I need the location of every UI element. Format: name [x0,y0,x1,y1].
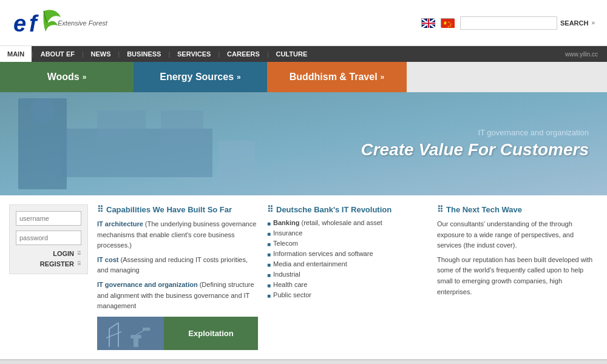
exploitation-thumbnail [97,317,164,350]
bullet-icon: ■ [267,251,271,258]
list-item-info-services: ■ Information services and software [267,250,428,258]
tech-wave-title: The Next Tech Wave [446,205,522,214]
bullet-icon: ■ [267,272,271,278]
tab-woods-label: Woods [47,72,80,83]
deutsche-bank-header: ⠿ Deutsche Bank's IT Revolution [267,204,428,214]
banner: IT governance and organization Create Va… [0,92,607,195]
list-item-banking: ■ Banking (retail, wholesale and asset [267,219,428,227]
list-item-public-sector: ■ Public sector [267,291,428,299]
header-right: ★★★★★ SEARCH » [421,16,595,30]
svg-rect-22 [97,317,164,350]
bullet-icon: ■ [267,241,271,248]
flag-english[interactable] [421,18,435,27]
list-item-media: ■ Media and entertainment [267,260,428,268]
deutsche-bank-column: ⠿ Deutsche Bank's IT Revolution ■ Bankin… [267,204,428,350]
bullet-icon: ■ [267,261,271,268]
capabilities-header: ⠿ Capabilities We Have Built So Far [97,204,258,214]
tech-wave-column: ⠿ The Next Tech Wave Our consultants' un… [437,204,598,350]
password-input[interactable] [16,231,81,245]
it-governance-text: IT governance and organization (Defining… [97,280,258,312]
tech-para2: Though our reputation has been built dev… [437,255,598,297]
tab-buddhism-arrows: » [381,73,385,81]
search-button[interactable]: SEARCH [560,19,588,27]
capabilities-column: ⠿ Capabilities We Have Built So Far IT a… [97,204,258,350]
svg-rect-30 [143,328,150,331]
login-box: LOGIN ⠿ REGISTER ⠿ [9,204,88,274]
svg-text:★: ★ [447,25,450,28]
search-box: SEARCH » [460,16,595,30]
svg-rect-19 [97,110,146,147]
svg-rect-21 [219,141,255,183]
deutsche-bank-title: Deutsche Bank's IT Revolution [276,205,392,214]
nav-culture[interactable]: CULTURE [268,46,314,62]
main-content: LOGIN ⠿ REGISTER ⠿ ⠿ Capabilities We Hav… [0,195,607,359]
nav-about[interactable]: ABOUT EF [33,46,82,62]
deutsche-dots-icon: ⠿ [267,204,273,214]
list-item-insurance: ■ Insurance [267,229,428,237]
register-button[interactable]: REGISTER [40,260,74,268]
tab-buddhism-travel[interactable]: Buddhism & Travel » [267,62,407,92]
tab-woods-arrows: » [83,73,87,81]
register-dots-icon: ⠿ [77,261,81,267]
svg-rect-28 [131,335,141,339]
banner-overlay: IT governance and organization Create Va… [361,128,589,160]
bullet-icon: ■ [267,220,271,227]
nav-bar: MAIN | ABOUT EF | NEWS | BUSINESS | SERV… [0,46,607,62]
nav-news[interactable]: NEWS [84,46,118,62]
tab-energy-sources[interactable]: Energy Sources » [134,62,267,92]
exploitation-button[interactable]: Exploitation [164,317,258,350]
it-cost-text: IT cost (Assessing and reducing IT costs… [97,255,258,276]
tab-energy-arrows: » [237,73,241,81]
bullet-icon: ■ [267,231,271,237]
tech-dots-icon: ⠿ [437,204,443,214]
tab-energy-label: Energy Sources [160,72,234,83]
banner-subtitle: IT governance and organization [361,128,589,137]
nav-site-url[interactable]: www.yilin.cc [565,50,607,58]
footer: SITEMAP | LINKS | CONTACT | ADMINISTER C… [0,359,607,364]
svg-rect-17 [30,98,55,123]
flag-chinese[interactable]: ★★★★★ [441,18,454,27]
tech-para1: Our consultants' understanding of the th… [437,219,598,251]
login-button[interactable]: LOGIN [53,250,74,257]
it-architecture-text: IT architecture (The underlying business… [97,219,258,251]
svg-text:★: ★ [443,21,447,25]
capabilities-dots-icon: ⠿ [97,204,103,214]
username-input[interactable] [16,211,81,226]
tab-woods[interactable]: Woods » [0,62,134,92]
bullet-icon: ■ [267,282,271,289]
nav-business[interactable]: BUSINESS [120,46,168,62]
logo: e f Extensive Forest [12,6,107,39]
bullet-icon: ■ [267,292,271,299]
list-item-telecom: ■ Telecom [267,240,428,248]
header: e f Extensive Forest ★★★★★ SEARCH » [0,0,607,46]
nav-services[interactable]: SERVICES [170,46,218,62]
tab-buddhism-label: Buddhism & Travel [290,72,378,83]
banner-title: Create Value For Customers [361,140,589,160]
svg-text:f: f [29,11,39,36]
sidebar: LOGIN ⠿ REGISTER ⠿ [9,204,88,350]
login-dots-icon: ⠿ [77,251,81,257]
tech-wave-header: ⠿ The Next Tech Wave [437,204,598,214]
list-item-healthcare: ■ Health care [267,281,428,289]
category-tabs: Woods » Energy Sources » Buddhism & Trav… [0,62,607,92]
capabilities-title: Capabilities We Have Built So Far [106,205,232,214]
content-area: ⠿ Capabilities We Have Built So Far IT a… [97,204,598,350]
svg-rect-27 [134,338,138,347]
nav-careers[interactable]: CAREERS [220,46,267,62]
svg-rect-20 [161,110,203,144]
search-arrows-icon: » [591,19,595,26]
logo-icon: e f [12,6,55,39]
svg-text:e: e [13,11,26,36]
search-input[interactable] [460,16,557,30]
nav-main[interactable]: MAIN [0,46,32,62]
exploitation-section: Exploitation [97,317,258,350]
list-item-industrial: ■ Industrial [267,271,428,278]
